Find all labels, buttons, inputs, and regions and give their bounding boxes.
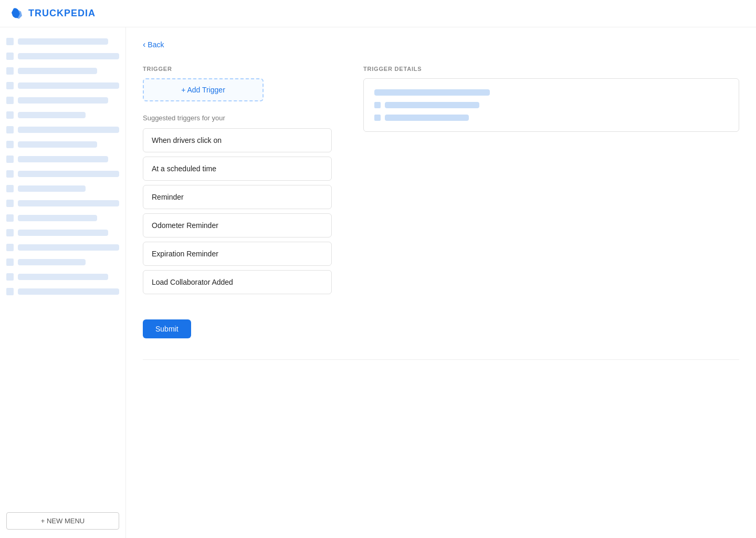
skeleton-icon (6, 214, 14, 222)
list-item (6, 109, 119, 121)
skeleton-label (18, 97, 108, 104)
detail-skeleton-row-1 (374, 89, 728, 96)
skeleton-label (18, 53, 119, 59)
skeleton-icon (6, 53, 14, 60)
list-item (6, 50, 119, 62)
content-area: TRIGGER + Add Trigger Suggested triggers… (143, 66, 739, 338)
list-item (6, 139, 119, 150)
detail-skeleton-row-2 (374, 102, 728, 108)
skeleton-detail-bar (385, 102, 479, 108)
trigger-item-odometer-reminder[interactable]: Odometer Reminder (143, 213, 332, 237)
trigger-section-label: TRIGGER (143, 66, 342, 72)
skeleton-icon (6, 97, 14, 104)
list-item (6, 183, 119, 194)
list-item (6, 153, 119, 165)
trigger-item-expiration-reminder[interactable]: Expiration Reminder (143, 242, 332, 266)
list-item (6, 256, 119, 268)
skeleton-icon (6, 67, 14, 75)
back-button[interactable]: ‹ Back (143, 40, 164, 49)
skeleton-icon (6, 141, 14, 148)
page-divider (143, 359, 739, 360)
list-item (6, 168, 119, 180)
trigger-panel: TRIGGER + Add Trigger Suggested triggers… (143, 66, 342, 338)
skeleton-icon (6, 258, 14, 266)
list-item (6, 36, 119, 47)
skeleton-label (18, 112, 86, 118)
skeleton-icon (6, 244, 14, 251)
trigger-list: When drivers click on At a scheduled tim… (143, 128, 342, 294)
skeleton-label (18, 68, 97, 74)
skeleton-icon (6, 126, 14, 133)
sidebar: + NEW MENU (0, 27, 126, 538)
skeleton-label (18, 141, 97, 148)
submit-button[interactable]: Submit (143, 319, 191, 338)
skeleton-icon (6, 273, 14, 281)
skeleton-detail-square (374, 102, 381, 108)
new-menu-button[interactable]: + NEW MENU (6, 512, 119, 530)
skeleton-icon (6, 185, 14, 192)
skeleton-icon (6, 229, 14, 236)
skeleton-detail-bar (385, 115, 469, 121)
main-content: ‹ Back TRIGGER + Add Trigger Suggested t… (126, 27, 756, 538)
skeleton-label (18, 288, 119, 295)
skeleton-icon (6, 170, 14, 178)
skeleton-icon (6, 111, 14, 119)
skeleton-label (18, 127, 119, 133)
chevron-left-icon: ‹ (143, 40, 145, 49)
skeleton-label (18, 38, 108, 45)
trigger-details-label: TRIGGER DETAILS (363, 66, 739, 72)
list-item (6, 198, 119, 209)
list-item (6, 242, 119, 253)
skeleton-label (18, 200, 119, 206)
trigger-details-panel: TRIGGER DETAILS (363, 66, 739, 338)
suggested-triggers-label: Suggested triggers for your (143, 114, 342, 122)
back-label: Back (148, 40, 164, 49)
skeleton-label (18, 171, 119, 177)
skeleton-icon (6, 38, 14, 45)
list-item (6, 286, 119, 297)
skeleton-label (18, 259, 86, 265)
skeleton-label (18, 244, 119, 251)
logo-text: TRUCKPEDIA (28, 8, 96, 19)
skeleton-icon (6, 288, 14, 295)
skeleton-label (18, 156, 108, 162)
skeleton-label (18, 230, 108, 236)
truckpedia-logo-icon (10, 6, 25, 21)
trigger-item-when-drivers-click-on[interactable]: When drivers click on (143, 128, 332, 152)
skeleton-icon (6, 156, 14, 163)
skeleton-label (18, 82, 119, 89)
list-item (6, 271, 119, 283)
trigger-item-reminder[interactable]: Reminder (143, 185, 332, 209)
logo: TRUCKPEDIA (10, 6, 96, 21)
app-layout: + NEW MENU ‹ Back TRIGGER + Add Trigger … (0, 27, 756, 538)
list-item (6, 65, 119, 77)
list-item (6, 227, 119, 239)
trigger-details-box (363, 78, 739, 132)
skeleton-icon (6, 82, 14, 89)
skeleton-label (18, 185, 86, 192)
detail-skeleton-row-3 (374, 115, 728, 121)
trigger-item-at-a-scheduled-time[interactable]: At a scheduled time (143, 157, 332, 181)
skeleton-label (18, 215, 97, 221)
skeleton-icon (6, 200, 14, 207)
header: TRUCKPEDIA (0, 0, 756, 27)
list-item (6, 95, 119, 106)
add-trigger-button[interactable]: + Add Trigger (143, 78, 264, 101)
submit-area: Submit (143, 319, 342, 338)
skeleton-label (18, 274, 108, 280)
skeleton-detail-square (374, 115, 381, 121)
list-item (6, 212, 119, 224)
trigger-item-load-collaborator-added[interactable]: Load Collaborator Added (143, 270, 332, 294)
skeleton-detail-bar (374, 89, 490, 96)
list-item (6, 80, 119, 91)
list-item (6, 124, 119, 136)
